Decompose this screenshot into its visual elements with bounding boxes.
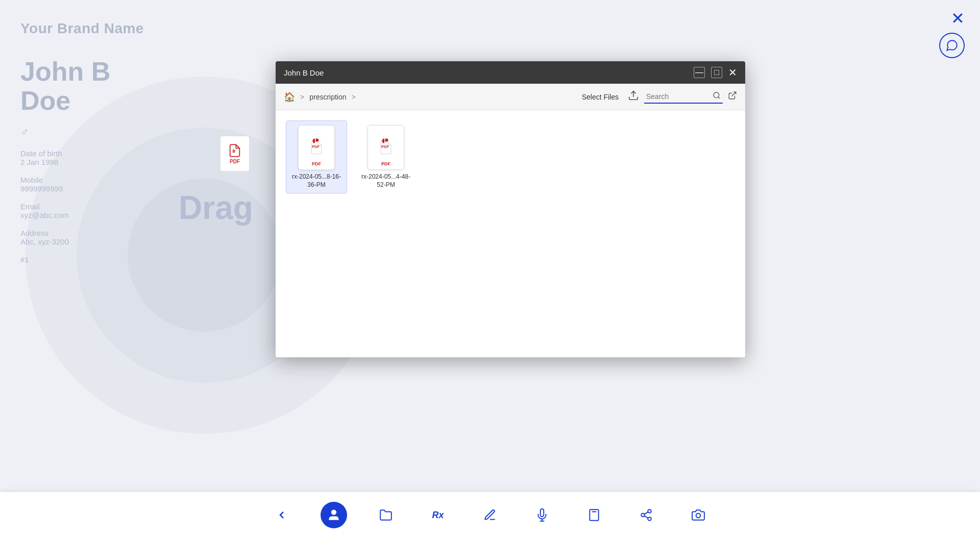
breadcrumb-separator: > xyxy=(300,93,304,101)
breadcrumb-separator-2: > xyxy=(352,93,356,101)
svg-point-21 xyxy=(648,509,651,513)
drag-area-text: Drag xyxy=(179,189,253,227)
svg-line-3 xyxy=(732,92,736,96)
close-top-button[interactable]: ✕ xyxy=(951,10,965,27)
svg-line-25 xyxy=(644,512,648,514)
search-input[interactable] xyxy=(646,92,713,101)
whatsapp-button[interactable] xyxy=(939,33,965,58)
modal-maximize-button[interactable]: □ xyxy=(711,67,722,78)
bg-pdf-label: PDF xyxy=(230,159,240,164)
nav-calc-button[interactable] xyxy=(581,502,607,528)
pdf-icon-2: PDF PDF xyxy=(368,125,404,170)
file-item-1[interactable]: PDF PDF rx-2024-05...8-16-36-PM xyxy=(286,120,347,193)
nav-profile-button[interactable] xyxy=(321,502,347,528)
nav-back-button[interactable] xyxy=(268,502,295,528)
nav-files-button[interactable] xyxy=(373,502,399,528)
upload-icon[interactable] xyxy=(628,90,639,104)
left-panel: Your Brand Name John B Doe ♂ Date of bir… xyxy=(0,0,276,538)
nav-rx-button[interactable]: Rx xyxy=(425,502,451,528)
select-files-button[interactable]: Select Files xyxy=(578,91,623,103)
nav-mic-button[interactable] xyxy=(529,502,555,528)
modal-close-button[interactable]: ✕ xyxy=(728,66,737,79)
search-box xyxy=(644,90,723,104)
modal-header: John B Doe — □ ✕ xyxy=(276,61,745,84)
search-icon xyxy=(713,91,721,102)
svg-line-2 xyxy=(718,97,720,99)
external-link-icon[interactable] xyxy=(728,91,737,103)
svg-line-7 xyxy=(490,510,492,512)
svg-rect-10 xyxy=(590,509,598,521)
nav-share-button[interactable] xyxy=(633,502,659,528)
patient-name: John B Doe xyxy=(20,57,255,115)
modal-content: PDF PDF rx-2024-05...8-16-36-PM PDF PDF xyxy=(276,110,745,357)
svg-text:PDF: PDF xyxy=(381,144,389,149)
bg-pdf-icon: PDF xyxy=(219,135,250,172)
svg-point-26 xyxy=(696,513,701,518)
svg-point-22 xyxy=(641,513,645,517)
hash-tag: #1 xyxy=(20,255,255,264)
nav-camera-button[interactable] xyxy=(685,502,712,528)
file-item-2[interactable]: PDF PDF rx-2024-05...4-48-52-PM xyxy=(355,120,416,193)
file-browser-modal: John B Doe — □ ✕ 🏠 > prescription > Sele… xyxy=(276,61,745,357)
svg-text:PDF: PDF xyxy=(312,144,320,149)
breadcrumb-prescription[interactable]: prescription xyxy=(309,93,346,101)
svg-line-24 xyxy=(644,516,648,518)
breadcrumb-home-icon[interactable]: 🏠 xyxy=(284,91,295,103)
svg-point-23 xyxy=(648,517,651,521)
top-right-controls: ✕ xyxy=(939,10,965,58)
modal-title: John B Doe xyxy=(284,68,324,77)
svg-point-1 xyxy=(714,92,719,98)
svg-point-6 xyxy=(332,510,336,515)
file-name-2: rx-2024-05...4-48-52-PM xyxy=(360,173,412,189)
modal-header-buttons: — □ ✕ xyxy=(694,66,737,79)
brand-name: Your Brand Name xyxy=(20,20,255,37)
modal-toolbar: 🏠 > prescription > Select Files xyxy=(276,84,745,110)
modal-minimize-button[interactable]: — xyxy=(694,67,705,78)
nav-notes-button[interactable] xyxy=(477,502,503,528)
pdf-icon-1: PDF PDF xyxy=(298,125,335,170)
bottom-navigation: Rx xyxy=(0,492,980,538)
file-name-1: rx-2024-05...8-16-36-PM xyxy=(290,173,342,189)
address-block: Address Abc, xyz-3200 xyxy=(20,229,255,246)
